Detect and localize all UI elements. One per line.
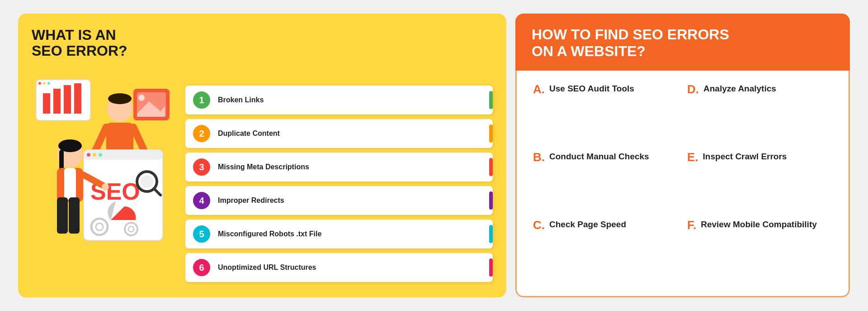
main-container: WHAT IS AN SEO ERROR? bbox=[14, 9, 854, 302]
svg-point-18 bbox=[87, 153, 90, 157]
right-item-text: Review Mobile Compatibility bbox=[701, 219, 817, 230]
seo-item: 6Unoptimized URL Structures bbox=[185, 253, 493, 282]
right-item-letter: D. bbox=[687, 83, 699, 95]
right-item-text: Conduct Manual Checks bbox=[549, 151, 649, 163]
seo-item-bar bbox=[489, 258, 493, 277]
svg-point-40 bbox=[138, 95, 145, 101]
svg-rect-33 bbox=[64, 168, 76, 200]
right-body: A.Use SEO Audit ToolsD.Analyze Analytics… bbox=[515, 71, 850, 297]
right-item-letter: C. bbox=[533, 219, 545, 231]
svg-point-37 bbox=[102, 183, 109, 191]
seo-item-bar bbox=[489, 225, 493, 243]
seo-item-label: Improper Redirects bbox=[218, 196, 486, 205]
svg-point-20 bbox=[99, 153, 102, 157]
seo-item: 5Misconfigured Robots .txt File bbox=[185, 220, 493, 249]
seo-item-label: Broken Links bbox=[218, 96, 486, 104]
svg-rect-34 bbox=[57, 197, 68, 234]
left-panel: WHAT IS AN SEO ERROR? bbox=[18, 14, 506, 297]
seo-item: 4Improper Redirects bbox=[185, 186, 493, 215]
seo-item-bar bbox=[489, 91, 493, 109]
right-item-letter: B. bbox=[533, 151, 545, 163]
right-item: C.Check Page Speed bbox=[533, 219, 678, 283]
right-item-text: Use SEO Audit Tools bbox=[549, 83, 634, 95]
seo-item-number: 3 bbox=[192, 157, 212, 177]
svg-point-5 bbox=[38, 82, 41, 85]
seo-item-number: 4 bbox=[192, 191, 212, 211]
seo-item-label: Unoptimized URL Structures bbox=[218, 263, 486, 272]
seo-item-number: 1 bbox=[192, 90, 212, 110]
seo-item-number: 2 bbox=[192, 124, 212, 144]
svg-rect-1 bbox=[43, 93, 50, 114]
seo-item: 2Duplicate Content bbox=[185, 119, 493, 148]
right-item: A.Use SEO Audit Tools bbox=[533, 83, 678, 148]
seo-item-label: Misconfigured Robots .txt File bbox=[218, 230, 486, 238]
right-item: B.Conduct Manual Checks bbox=[533, 151, 678, 215]
svg-point-6 bbox=[43, 82, 46, 85]
seo-item-number: 6 bbox=[192, 258, 212, 278]
svg-rect-2 bbox=[53, 89, 61, 114]
svg-rect-4 bbox=[74, 83, 81, 114]
svg-rect-35 bbox=[69, 197, 80, 234]
illustration: SEO bbox=[32, 66, 176, 297]
seo-item-bar bbox=[489, 124, 493, 143]
right-item-letter: F. bbox=[687, 219, 696, 231]
right-panel: HOW TO FIND SEO ERRORS ON A WEBSITE? A.U… bbox=[515, 14, 850, 297]
seo-item-bar bbox=[489, 191, 493, 210]
right-item-letter: E. bbox=[687, 151, 698, 163]
svg-point-9 bbox=[108, 93, 132, 104]
right-item-text: Inspect Crawl Errors bbox=[703, 151, 787, 163]
right-item-text: Check Page Speed bbox=[549, 219, 626, 230]
right-item-text: Analyze Analytics bbox=[703, 83, 776, 95]
right-title-line2: ON A WEBSITE? bbox=[532, 43, 646, 59]
seo-item-label: Missing Meta Descriptions bbox=[218, 163, 486, 171]
svg-rect-3 bbox=[64, 85, 71, 114]
left-title: WHAT IS AN SEO ERROR? bbox=[32, 27, 149, 59]
seo-item-number: 5 bbox=[192, 224, 212, 244]
right-item: F.Review Mobile Compatibility bbox=[687, 219, 832, 283]
seo-item: 3Missing Meta Descriptions bbox=[185, 153, 493, 182]
right-title-line1: HOW TO FIND SEO ERRORS bbox=[532, 26, 729, 43]
svg-point-19 bbox=[93, 153, 96, 157]
seo-list: 1Broken Links2Duplicate Content3Missing … bbox=[181, 66, 493, 297]
seo-item: 1Broken Links bbox=[185, 86, 493, 115]
svg-point-7 bbox=[47, 82, 50, 85]
left-content: SEO bbox=[32, 66, 493, 297]
svg-point-28 bbox=[141, 175, 153, 188]
seo-item-bar bbox=[489, 158, 493, 176]
right-item: E.Inspect Crawl Errors bbox=[687, 151, 832, 215]
seo-item-label: Duplicate Content bbox=[218, 129, 486, 138]
right-item-letter: A. bbox=[533, 83, 545, 95]
right-title: HOW TO FIND SEO ERRORS ON A WEBSITE? bbox=[532, 26, 834, 60]
right-item: D.Analyze Analytics bbox=[687, 83, 832, 148]
right-header: HOW TO FIND SEO ERRORS ON A WEBSITE? bbox=[515, 14, 850, 71]
